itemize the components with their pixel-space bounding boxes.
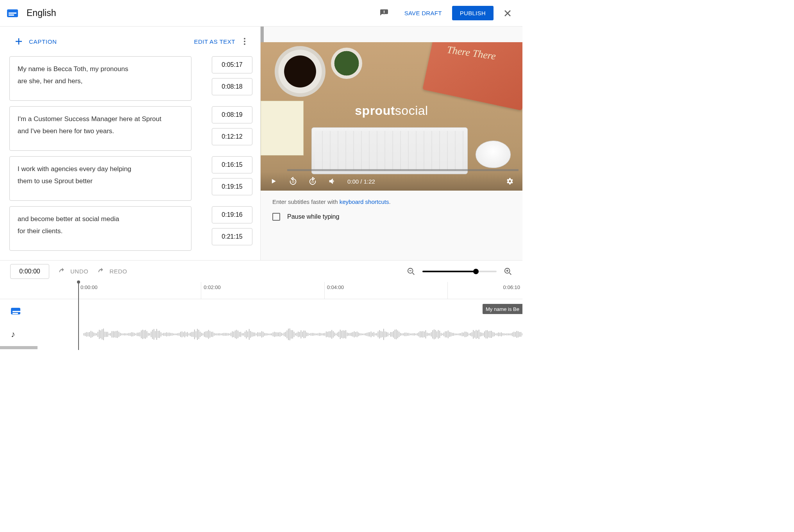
svg-rect-43	[134, 333, 135, 336]
caption-text[interactable]: I'm a Customer Success Manager here at S…	[9, 106, 191, 151]
prop-notepad	[261, 101, 304, 155]
svg-rect-92	[202, 333, 203, 335]
add-caption-button[interactable]: CAPTION	[14, 37, 57, 46]
caption-end-time[interactable]: 0:12:12	[212, 128, 252, 145]
more-options-button[interactable]	[240, 37, 249, 46]
svg-rect-234	[401, 333, 402, 335]
svg-rect-196	[348, 333, 349, 336]
svg-rect-68	[169, 333, 170, 336]
svg-rect-197	[350, 333, 351, 336]
svg-rect-308	[505, 334, 506, 335]
caption-start-time[interactable]: 0:05:17	[212, 56, 252, 73]
svg-rect-72	[175, 334, 175, 335]
svg-rect-272	[455, 334, 456, 336]
forward-10-icon[interactable]: 10	[308, 177, 317, 186]
svg-rect-266	[446, 331, 447, 337]
svg-rect-162	[300, 330, 301, 339]
svg-rect-238	[407, 333, 408, 336]
caption-start-time[interactable]: 0:08:19	[212, 106, 252, 123]
caption-text[interactable]: My name is Becca Toth, my pronounsare sh…	[9, 56, 191, 101]
timeline-position-input[interactable]: 0:00:00	[10, 264, 49, 279]
video-progress-bar[interactable]	[287, 169, 519, 171]
svg-rect-249	[422, 331, 423, 338]
svg-rect-142	[273, 332, 274, 336]
edit-as-text-button[interactable]: EDIT AS TEXT	[194, 38, 235, 45]
svg-rect-139	[268, 334, 269, 335]
svg-rect-84	[191, 332, 192, 337]
svg-rect-264	[443, 332, 444, 336]
svg-rect-66	[166, 332, 167, 337]
svg-rect-37	[125, 333, 126, 335]
svg-rect-116	[236, 330, 237, 339]
svg-rect-53	[148, 333, 149, 336]
svg-rect-202	[357, 332, 358, 337]
svg-rect-214	[374, 332, 374, 337]
redo-button[interactable]: REDO	[97, 267, 127, 276]
svg-rect-150	[284, 332, 284, 336]
svg-point-1	[244, 41, 245, 42]
waveform	[55, 328, 522, 341]
svg-rect-113	[232, 331, 233, 337]
svg-rect-88	[197, 329, 198, 340]
svg-rect-175	[319, 333, 320, 336]
publish-button[interactable]: PUBLISH	[452, 6, 494, 20]
video-preview[interactable]: sproutsocial 10 10 0:00 / 1:22	[261, 42, 522, 191]
caption-end-time[interactable]: 0:08:18	[212, 78, 252, 95]
svg-rect-55	[151, 332, 152, 337]
svg-rect-228	[393, 331, 394, 338]
caption-end-time[interactable]: 0:19:15	[212, 178, 252, 195]
caption-row: My name is Becca Toth, my pronounsare sh…	[9, 56, 252, 101]
svg-rect-313	[512, 332, 513, 336]
svg-rect-225	[389, 334, 390, 335]
svg-rect-237	[406, 332, 406, 336]
timeline-toolbar: 0:00:00 UNDO REDO	[0, 261, 522, 282]
volume-icon[interactable]	[328, 177, 336, 186]
svg-rect-41	[131, 332, 132, 337]
svg-rect-111	[229, 334, 230, 336]
undo-button[interactable]: UNDO	[58, 267, 88, 276]
svg-rect-218	[379, 330, 380, 338]
svg-rect-294	[486, 330, 486, 339]
svg-rect-71	[173, 334, 174, 336]
video-time-display: 0:00 / 1:22	[347, 178, 375, 185]
svg-rect-47	[139, 332, 140, 337]
svg-rect-107	[224, 333, 224, 336]
zoom-slider[interactable]	[422, 271, 497, 272]
pause-while-typing-checkbox[interactable]	[272, 213, 280, 221]
svg-rect-182	[329, 331, 329, 337]
svg-rect-81	[187, 332, 188, 337]
svg-point-0	[244, 38, 245, 39]
caption-start-time[interactable]: 0:16:15	[212, 156, 252, 173]
close-button[interactable]	[500, 5, 515, 21]
caption-start-time[interactable]: 0:19:16	[212, 206, 252, 223]
feedback-icon[interactable]	[379, 9, 389, 18]
zoom-out-icon[interactable]	[407, 267, 415, 276]
svg-rect-73	[176, 334, 177, 335]
caption-chip[interactable]: My name is Be	[483, 304, 522, 314]
svg-rect-219	[381, 331, 381, 337]
svg-rect-159	[297, 333, 297, 336]
svg-rect-262	[441, 333, 442, 336]
rewind-10-icon[interactable]: 10	[289, 177, 297, 186]
settings-icon[interactable]	[505, 177, 514, 186]
caption-text[interactable]: and become better at social mediafor the…	[9, 206, 191, 251]
preview-panel: sproutsocial 10 10 0:00 / 1:22 Enter sub…	[261, 27, 522, 260]
svg-rect-209	[367, 333, 367, 336]
svg-rect-167	[308, 333, 308, 336]
play-icon[interactable]	[269, 177, 278, 186]
caption-end-time[interactable]: 0:21:15	[212, 228, 252, 245]
svg-rect-265	[445, 331, 446, 337]
svg-rect-267	[448, 330, 449, 338]
playhead[interactable]	[78, 282, 79, 350]
keyboard-shortcuts-link[interactable]: keyboard shortcuts	[340, 198, 389, 205]
svg-rect-173	[316, 334, 317, 335]
svg-rect-271	[453, 333, 454, 336]
svg-rect-176	[320, 333, 321, 336]
caption-text[interactable]: I work with agencies every day helpingth…	[9, 156, 191, 201]
save-draft-button[interactable]: SAVE DRAFT	[400, 7, 447, 20]
svg-rect-109	[226, 333, 227, 336]
svg-rect-203	[358, 332, 359, 336]
svg-rect-287	[476, 330, 477, 339]
zoom-in-icon[interactable]	[504, 267, 512, 276]
prop-keyboard	[311, 127, 468, 174]
